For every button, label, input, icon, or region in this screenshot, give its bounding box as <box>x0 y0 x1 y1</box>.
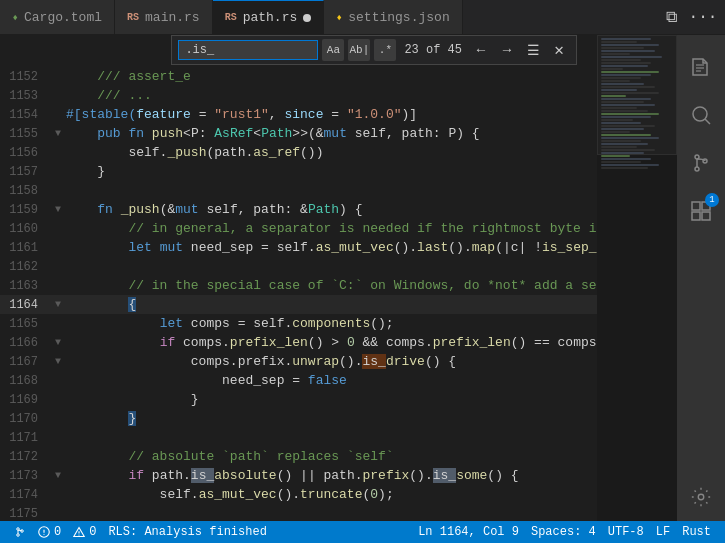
activity-item-extensions[interactable]: 1 <box>677 187 725 235</box>
svg-rect-11 <box>702 212 710 220</box>
code-line-1165: 1165 let comps = self.components(); <box>0 314 597 333</box>
use-regex-button[interactable]: .* <box>374 39 396 61</box>
find-input[interactable] <box>178 40 318 60</box>
line-number-1160: 1160 <box>0 222 50 236</box>
line-content-1164: { <box>66 297 136 312</box>
settings-gear-icon <box>690 486 712 508</box>
line-number-1169: 1169 <box>0 393 50 407</box>
code-line-1170: 1170 } <box>0 409 597 428</box>
language-label: Rust <box>682 525 711 539</box>
line-number-1165: 1165 <box>0 317 50 331</box>
svg-line-4 <box>705 119 710 124</box>
find-in-selection-button[interactable]: ☰ <box>522 39 544 61</box>
line-number-1161: 1161 <box>0 241 50 255</box>
fold-icon-1164[interactable]: ▼ <box>50 299 66 310</box>
rs-icon-main: RS <box>127 12 139 23</box>
code-line-1159: 1159 ▼ fn _push(&mut self, path: &Path) … <box>0 200 597 219</box>
files-icon <box>689 55 713 79</box>
activity-item-search[interactable] <box>677 91 725 139</box>
code-line-1173: 1173 ▼ if path.is_absolute() || path.pre… <box>0 466 597 485</box>
code-line-1154: 1154 #[stable(feature = "rust1", since =… <box>0 105 597 124</box>
code-line-1153: 1153 /// ... <box>0 86 597 105</box>
tab-cargo[interactable]: ⬧ Cargo.toml <box>0 0 115 34</box>
line-content-1155: pub fn push<P: AsRef<Path>>(&mut self, p… <box>66 126 480 141</box>
code-line-1157: 1157 } <box>0 162 597 181</box>
tab-settings-label: settings.json <box>348 10 449 25</box>
tab-modified-dot <box>303 14 311 22</box>
status-branch[interactable] <box>8 521 32 543</box>
branch-icon <box>14 526 26 538</box>
svg-point-18 <box>43 534 44 535</box>
minimap[interactable] <box>597 35 677 521</box>
status-rls[interactable]: RLS: Analysis finished <box>102 521 272 543</box>
status-line-ending[interactable]: LF <box>650 525 676 539</box>
encoding-label: UTF-8 <box>608 525 644 539</box>
more-actions-button[interactable]: ··· <box>689 3 717 31</box>
extensions-badge: 1 <box>705 193 719 207</box>
line-number-1155: 1155 <box>0 127 50 141</box>
code-line-1175: 1175 <box>0 504 597 521</box>
fold-icon-1166[interactable]: ▼ <box>50 337 66 348</box>
tab-main[interactable]: RS main.rs <box>115 0 213 34</box>
error-count: 0 <box>54 525 61 539</box>
svg-point-12 <box>698 494 704 500</box>
editor-area: Aa Ab| .* 23 of 45 ← → ☰ ✕ 1152 /// asse… <box>0 35 597 521</box>
code-line-1166: 1166 ▼ if comps.prefix_len() > 0 && comp… <box>0 333 597 352</box>
status-errors[interactable]: 0 <box>32 521 67 543</box>
line-content-1159: fn _push(&mut self, path: &Path) { <box>66 202 363 217</box>
line-content-1161: let mut need_sep = self.as_mut_vec().las… <box>66 240 597 255</box>
tab-bar-actions: ⧉ ··· <box>657 3 725 31</box>
line-content-1172: // absolute `path` replaces `self` <box>66 449 394 464</box>
activity-bar: 1 <box>677 35 725 521</box>
svg-point-20 <box>79 534 80 535</box>
code-line-1162: 1162 <box>0 257 597 276</box>
fold-icon-1159[interactable]: ▼ <box>50 204 66 215</box>
status-warnings[interactable]: 0 <box>67 521 102 543</box>
warning-count: 0 <box>89 525 96 539</box>
line-number-1162: 1162 <box>0 260 50 274</box>
find-bar: Aa Ab| .* 23 of 45 ← → ☰ ✕ <box>171 35 577 65</box>
line-number-1168: 1168 <box>0 374 50 388</box>
main-area: Aa Ab| .* 23 of 45 ← → ☰ ✕ 1152 /// asse… <box>0 35 725 521</box>
code-editor[interactable]: 1152 /// assert_e 1153 /// ... 1154 #[st… <box>0 35 597 521</box>
status-spaces[interactable]: Spaces: 4 <box>525 525 602 539</box>
tab-cargo-label: Cargo.toml <box>24 10 102 25</box>
code-line-1167: 1167 ▼ comps.prefix.unwrap().is_drive() … <box>0 352 597 371</box>
activity-item-files[interactable] <box>677 43 725 91</box>
line-content-1160: // in general, a separator is needed if … <box>66 221 597 236</box>
status-position[interactable]: Ln 1164, Col 9 <box>412 525 525 539</box>
code-line-1161: 1161 let mut need_sep = self.as_mut_vec(… <box>0 238 597 257</box>
line-content-1154: #[stable(feature = "rust1", since = "1.0… <box>66 107 417 122</box>
fold-icon-1173[interactable]: ▼ <box>50 470 66 481</box>
svg-point-3 <box>693 107 707 121</box>
code-line-1156: 1156 self._push(path.as_ref()) <box>0 143 597 162</box>
code-line-1169: 1169 } <box>0 390 597 409</box>
split-editor-button[interactable]: ⧉ <box>657 3 685 31</box>
find-close-button[interactable]: ✕ <box>548 39 570 61</box>
line-content-1165: let comps = self.components(); <box>66 316 394 331</box>
line-number-1154: 1154 <box>0 108 50 122</box>
line-number-1166: 1166 <box>0 336 50 350</box>
fold-icon-1155[interactable]: ▼ <box>50 128 66 139</box>
fold-icon-1167[interactable]: ▼ <box>50 356 66 367</box>
spaces-label: Spaces: 4 <box>531 525 596 539</box>
tab-path-label: path.rs <box>243 10 298 25</box>
status-encoding[interactable]: UTF-8 <box>602 525 650 539</box>
line-number-1175: 1175 <box>0 507 50 521</box>
svg-rect-10 <box>692 212 700 220</box>
tab-settings[interactable]: ⬧ settings.json <box>324 0 462 34</box>
line-number-1163: 1163 <box>0 279 50 293</box>
activity-item-source-control[interactable] <box>677 139 725 187</box>
status-language[interactable]: Rust <box>676 525 717 539</box>
match-case-button[interactable]: Aa <box>322 39 344 61</box>
tab-path[interactable]: RS path.rs <box>213 0 325 34</box>
find-next-button[interactable]: → <box>496 39 518 61</box>
line-number-1164: 1164 <box>0 298 50 312</box>
toml-icon: ⬧ <box>12 12 18 23</box>
svg-rect-8 <box>692 202 700 210</box>
line-number-1172: 1172 <box>0 450 50 464</box>
error-icon <box>38 526 50 538</box>
activity-item-settings[interactable] <box>677 473 725 521</box>
match-whole-word-button[interactable]: Ab| <box>348 39 370 61</box>
find-prev-button[interactable]: ← <box>470 39 492 61</box>
